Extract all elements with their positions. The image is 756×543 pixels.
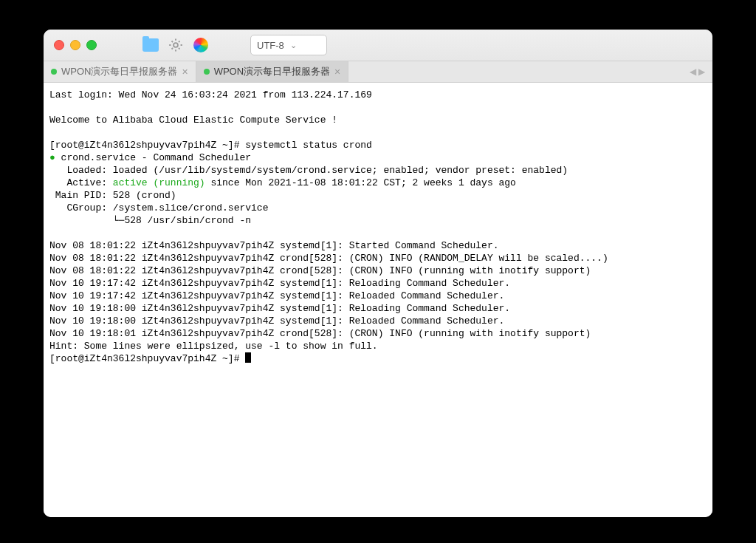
log-line: Nov 08 18:01:22 iZt4n36l2shpuyvav7pih4Z … (49, 265, 591, 276)
log-line: Nov 10 19:18:01 iZt4n36l2shpuyvav7pih4Z … (49, 328, 591, 339)
tabbar: WPON演示每日早报服务器 × WPON演示每日早报服务器 × ◀ ▶ (44, 61, 712, 83)
terminal-output[interactable]: Last login: Wed Nov 24 16:03:24 2021 fro… (44, 83, 712, 517)
tab-label: WPON演示每日早报服务器 (61, 65, 177, 78)
line-service: ● crond.service - Command Scheduler (49, 152, 251, 163)
window-controls (54, 40, 97, 50)
log-line: Nov 08 18:01:22 iZt4n36l2shpuyvav7pih4Z … (49, 253, 608, 264)
close-tab-icon[interactable]: × (182, 66, 188, 77)
log-line: Nov 10 19:18:00 iZt4n36l2shpuyvav7pih4Z … (49, 315, 504, 327)
encoding-select[interactable]: UTF-8 ⌄ (250, 35, 327, 55)
line-active: Active: active (running) since Mon 2021-… (49, 177, 516, 188)
close-tab-icon[interactable]: × (334, 66, 340, 77)
line-prompt-1: [root@iZt4n36l2shpuyvav7pih4Z ~]# system… (49, 140, 372, 151)
log-line: Nov 10 19:18:00 iZt4n36l2shpuyvav7pih4Z … (49, 303, 510, 314)
status-dot-icon (204, 69, 210, 75)
encoding-label: UTF-8 (257, 40, 284, 51)
line-hint: Hint: Some lines were ellipsized, use -l… (49, 341, 378, 352)
titlebar: UTF-8 ⌄ (44, 30, 712, 61)
tab-label: WPON演示每日早报服务器 (214, 65, 330, 78)
minimize-window-button[interactable] (70, 40, 80, 50)
zoom-window-button[interactable] (86, 40, 97, 50)
line-prompt-2: [root@iZt4n36l2shpuyvav7pih4Z ~]# (49, 353, 251, 364)
log-line: Nov 10 19:17:42 iZt4n36l2shpuyvav7pih4Z … (49, 290, 504, 301)
color-picker-icon[interactable] (193, 37, 209, 53)
tab-scroll-arrows[interactable]: ◀ ▶ (682, 61, 712, 82)
tab-session-2[interactable]: WPON演示每日早报服务器 × (196, 61, 349, 82)
log-line: Nov 08 18:01:22 iZt4n36l2shpuyvav7pih4Z … (49, 240, 499, 251)
cursor (245, 352, 251, 363)
gear-icon[interactable] (168, 37, 184, 53)
line-cgroup-1: CGroup: /system.slice/crond.service (49, 202, 268, 214)
terminal-window: UTF-8 ⌄ WPON演示每日早报服务器 × WPON演示每日早报服务器 × … (44, 30, 712, 517)
tab-session-1[interactable]: WPON演示每日早报服务器 × (44, 61, 196, 82)
svg-point-0 (173, 43, 178, 47)
toolbar-icons (142, 37, 209, 53)
log-line: Nov 10 19:17:42 iZt4n36l2shpuyvav7pih4Z … (49, 278, 510, 289)
line-cgroup-2: └─528 /usr/sbin/crond -n (49, 215, 251, 226)
chevron-down-icon: ⌄ (290, 41, 297, 50)
line-main-pid: Main PID: 528 (crond) (49, 190, 176, 201)
folder-icon[interactable] (142, 37, 159, 53)
line-welcome: Welcome to Alibaba Cloud Elastic Compute… (49, 115, 337, 126)
line-last-login: Last login: Wed Nov 24 16:03:24 2021 fro… (49, 89, 372, 100)
close-window-button[interactable] (54, 40, 64, 50)
line-loaded: Loaded: loaded (/usr/lib/systemd/system/… (49, 165, 568, 176)
status-dot-icon (51, 69, 57, 75)
